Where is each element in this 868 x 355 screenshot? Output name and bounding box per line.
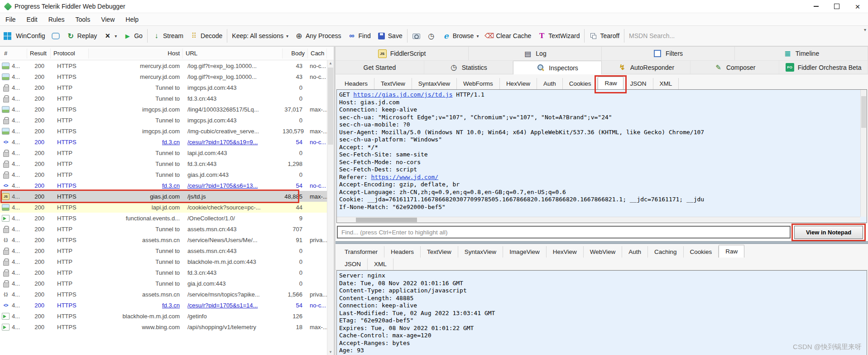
column-header-cach[interactable]: Cach — [308, 49, 327, 58]
response-tab-xml[interactable]: XML — [368, 258, 393, 270]
clear-cache-button[interactable]: Clear Cache — [482, 26, 534, 46]
top-tab-timeline[interactable]: Timeline — [735, 47, 868, 60]
session-row[interactable]: <>4...200HTTPSfd.3.cn/cesu/r?pid=1705&s1… — [0, 136, 327, 147]
request-tab-raw[interactable]: Raw — [598, 77, 623, 89]
top-tab-filters[interactable]: Filters — [602, 47, 735, 60]
toolbar-overflow-arrow[interactable]: ▾ — [864, 27, 866, 32]
response-tab-webview[interactable]: WebView — [584, 246, 623, 258]
session-row[interactable]: {;}4...200HTTPSassets.msn.cn/service/msn… — [0, 289, 327, 300]
session-row[interactable]: JS4...200HTTPSgias.jd.com/js/td.js48,885… — [0, 191, 327, 202]
scrollbar-thumb[interactable] — [861, 96, 866, 128]
session-row[interactable]: 4...200HTTPSlapi.jd.com/cookie/check?sou… — [0, 202, 327, 213]
main-tab-get-started[interactable]: Get Started — [336, 61, 424, 74]
menu-rules[interactable]: Rules — [43, 16, 70, 23]
request-tab-textview[interactable]: TextView — [374, 78, 412, 89]
response-tab-json[interactable]: JSON — [338, 258, 368, 270]
top-tab-fiddlerscript[interactable]: FiddlerScript — [336, 47, 469, 60]
menu-help[interactable]: Help — [120, 16, 144, 23]
main-tab-fiddler-orchestra-beta[interactable]: Fiddler Orchestra Beta — [779, 61, 868, 74]
request-horizontal-scrollbar[interactable] — [337, 217, 860, 223]
comment-button[interactable] — [48, 26, 63, 46]
column-header-host[interactable]: Host — [89, 49, 183, 58]
save-button[interactable]: Save — [374, 26, 406, 46]
session-row[interactable]: 4...200HTTPTunnel tofd.3.cn:4431,298 — [0, 158, 327, 169]
timer-button[interactable] — [424, 26, 439, 46]
session-row[interactable]: {;}4...200HTTPSassets.msn.cn/service/New… — [0, 234, 327, 245]
scrollbar-thumb[interactable] — [356, 218, 417, 222]
menu-view[interactable]: View — [96, 16, 120, 23]
session-row[interactable]: 4...200HTTPTunnel togia.jd.com:4430 — [0, 278, 327, 289]
session-scrollbar[interactable]: ▲ ▼ — [327, 60, 334, 355]
main-tab-composer[interactable]: Composer — [691, 61, 779, 74]
session-row[interactable]: 4...200HTTPTunnel toassets.msn.cn:4430 — [0, 245, 327, 256]
find-input[interactable] — [337, 226, 791, 238]
main-tab-autoresponder[interactable]: AutoResponder — [602, 61, 691, 74]
request-tab-webforms[interactable]: WebForms — [457, 78, 500, 89]
url-link[interactable]: https://gias.jd.com/js/td.js — [353, 91, 452, 98]
request-tab-hexview[interactable]: HexView — [500, 78, 537, 89]
request-vertical-scrollbar[interactable] — [860, 90, 867, 217]
session-row[interactable]: 4...200HTTPSmercury.jd.com/log.gif?t=exp… — [0, 60, 327, 71]
session-row[interactable]: 4...200HTTPTunnel toimgcps.jd.com:4430 — [0, 82, 327, 93]
request-tab-xml[interactable]: XML — [653, 78, 679, 89]
request-tab-syntaxview[interactable]: SyntaxView — [412, 78, 457, 89]
main-tab-inspectors[interactable]: Inspectors — [513, 61, 602, 74]
find-button[interactable]: Find — [345, 26, 374, 46]
decode-button[interactable]: Decode — [187, 26, 225, 46]
column-header-result[interactable]: Result — [27, 49, 51, 58]
main-tab-statistics[interactable]: Statistics — [424, 61, 513, 74]
session-row[interactable]: 4...200HTTPSblackhole-m.m.jd.com/getinfo… — [0, 311, 327, 321]
scroll-up-arrow[interactable]: ▲ — [327, 61, 334, 65]
msdn-search[interactable]: MSDN Search... — [626, 26, 678, 46]
request-tab-cookies[interactable]: Cookies — [563, 78, 598, 89]
remove-sessions-button[interactable]: ▾ — [100, 26, 120, 46]
session-row[interactable]: 4...200HTTPTunnel toblackhole-m.m.jd.com… — [0, 256, 327, 267]
screenshot-button[interactable] — [409, 26, 424, 46]
response-tab-syntaxview[interactable]: SyntaxView — [458, 246, 503, 258]
response-tab-headers[interactable]: Headers — [384, 246, 421, 258]
column-header-url[interactable]: URL — [183, 49, 283, 58]
session-row[interactable]: 4...200HTTPTunnel toimgcps.jd.com:4430 — [0, 115, 327, 126]
go-button[interactable]: Go — [120, 26, 146, 46]
minimize-button[interactable] — [806, 0, 826, 13]
scroll-down-arrow[interactable]: ▼ — [327, 350, 334, 354]
replay-button[interactable]: Replay — [63, 26, 101, 46]
column-header-[interactable]: # — [0, 49, 27, 58]
session-row[interactable]: 4...200HTTPSimgcps.jd.com/ling4/10003326… — [0, 104, 327, 115]
session-row[interactable]: <>4...200HTTPSfd.3.cn/cesu/r?pid=1705&s6… — [0, 180, 327, 191]
close-button[interactable] — [847, 0, 868, 13]
response-tab-cookies[interactable]: Cookies — [684, 246, 719, 258]
column-header-protocol[interactable]: Protocol — [51, 49, 89, 58]
textwizard-button[interactable]: TextWizard — [534, 26, 583, 46]
session-row[interactable]: 4...200HTTPSfunctional.events.d.../OneCo… — [0, 213, 327, 224]
response-tab-transformer[interactable]: Transformer — [338, 246, 384, 258]
winconfig-button[interactable]: WinConfig — [2, 26, 48, 46]
any-process-button[interactable]: Any Process — [292, 26, 345, 46]
stream-button[interactable]: Stream — [149, 26, 187, 46]
session-row[interactable]: 4...200HTTPTunnel tofd.3.cn:4430 — [0, 93, 327, 104]
response-tab-caching[interactable]: Caching — [648, 246, 684, 258]
column-header-body[interactable]: Body — [283, 49, 308, 58]
url-link[interactable]: https://www.jd.com/ — [371, 174, 438, 180]
session-row[interactable]: 4...200HTTPTunnel tolapi.jd.com:4430 — [0, 147, 327, 158]
request-tab-auth[interactable]: Auth — [537, 78, 563, 89]
session-row[interactable]: 4...200HTTPSimgcps.jd.com/img-cubic/crea… — [0, 126, 327, 136]
menu-tools[interactable]: Tools — [70, 16, 96, 23]
view-in-notepad-button[interactable]: View in Notepad — [794, 226, 863, 239]
session-row[interactable]: 4...200HTTPTunnel tofd.3.cn:4430 — [0, 267, 327, 278]
session-row[interactable]: 4...200HTTPSmercury.jd.com/log.gif?t=exp… — [0, 71, 327, 82]
menu-edit[interactable]: Edit — [21, 16, 43, 23]
top-tab-log[interactable]: Log — [469, 47, 602, 60]
request-tab-headers[interactable]: Headers — [338, 78, 374, 89]
browse-button[interactable]: Browse▾ — [439, 26, 482, 46]
maximize-button[interactable] — [826, 0, 847, 13]
session-row[interactable]: 4...200HTTPTunnel toassets.msn.cn:443707 — [0, 224, 327, 234]
menu-file[interactable]: File — [0, 16, 21, 23]
session-row[interactable]: <>4...200HTTPSfd.3.cn/cesu/r?pid=1705&s1… — [0, 300, 327, 311]
response-tab-hexview[interactable]: HexView — [547, 246, 584, 258]
response-tab-raw[interactable]: Raw — [719, 245, 744, 258]
response-tab-textview[interactable]: TextView — [421, 246, 458, 258]
session-row[interactable]: 4...200HTTPTunnel togias.jd.com:4430 — [0, 169, 327, 180]
session-row[interactable]: 4...200HTTPSwww.bing.com/api/shopping/v1… — [0, 321, 327, 332]
scrollbar-thumb[interactable] — [328, 68, 333, 145]
